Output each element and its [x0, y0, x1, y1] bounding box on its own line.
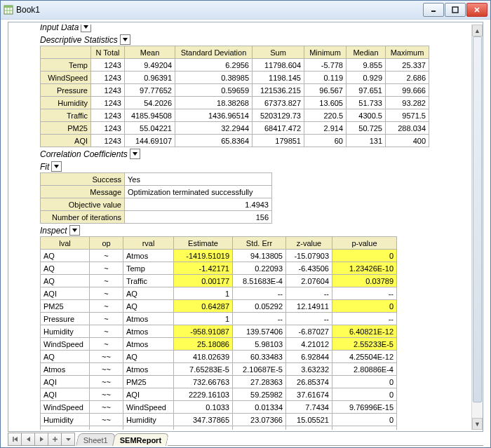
column-header: Std. Err — [233, 237, 286, 250]
table-row: AQI~~PM25732.6676327.2836326.853740 — [41, 376, 397, 388]
section-title: Descriptive Statistics — [40, 35, 118, 45]
sheet-tabs-bar: Sheet1 SEMReport — [8, 433, 483, 446]
sheet-menu-button[interactable] — [62, 433, 75, 446]
next-sheet-button[interactable] — [35, 433, 48, 446]
table-row: AQ~Temp-1.421710.22093-6.435061.23426E-1… — [41, 262, 397, 275]
svg-marker-13 — [72, 229, 77, 232]
section-input-data[interactable]: + Input Data — [40, 25, 471, 33]
svg-marker-16 — [27, 437, 30, 442]
svg-rect-6 — [452, 7, 458, 13]
section-correlation[interactable]: + Correlation Coefficients — [40, 148, 471, 160]
table-row: Pressure~Atmos1------ — [41, 313, 397, 325]
table-row: AQI1243144.6910765.836417985160131400 — [41, 135, 429, 147]
table-row: PM25124355.0422132.294468417.4722.91450.… — [41, 122, 429, 135]
svg-marker-20 — [66, 438, 71, 441]
add-sheet-button[interactable] — [48, 433, 62, 446]
column-header: Median — [347, 46, 386, 59]
inspect-table: lvaloprvalEstimateStd. Errz-valuep-value… — [40, 236, 397, 430]
table-row: MessageOptimization terminated successfu… — [41, 186, 272, 198]
scrollbar-thumb[interactable] — [473, 36, 482, 402]
svg-rect-1 — [4, 6, 13, 8]
section-fit[interactable]: − Fit — [40, 161, 471, 172]
svg-marker-12 — [54, 165, 59, 168]
section-title: Inspect — [40, 226, 67, 236]
svg-marker-17 — [40, 437, 43, 442]
tab-sheet1[interactable]: Sheet1 — [76, 433, 116, 446]
table-row: Atmos~~Atmos7.65283E-52.10687E-53.632322… — [41, 363, 397, 376]
svg-marker-10 — [123, 38, 128, 41]
table-row: AQI~AQ1------ — [41, 287, 397, 300]
table-row: WindSpeed12430.963910.389851198.1450.119… — [41, 72, 429, 84]
table-row: Pressure124397.776520.59659121536.21596.… — [41, 84, 429, 97]
maximize-button[interactable] — [445, 3, 466, 17]
table-row: SuccessYes — [41, 173, 272, 186]
table-row: PM25~AQ0.642870.0529212.149110 — [41, 300, 397, 313]
table-row: Humidity124354.202618.3826867373.82713.6… — [41, 97, 429, 109]
dropdown-icon[interactable] — [81, 25, 91, 32]
column-header: rval — [123, 237, 174, 250]
column-header: op — [90, 237, 123, 250]
column-header: Maximum — [386, 46, 429, 59]
section-title: Fit — [40, 162, 49, 172]
table-row: WindSpeed~Atmos25.180865.981034.210122.5… — [41, 338, 397, 351]
scroll-up-icon[interactable]: ▲ — [472, 25, 483, 36]
table-row: Number of iterations156 — [41, 211, 272, 224]
table-row: Traffic12434185.945081436.965145203129.7… — [41, 109, 429, 122]
descriptive-stats-table: N TotalMeanStandard DeviationSumMinimumM… — [40, 46, 429, 147]
svg-marker-9 — [83, 25, 88, 29]
column-header: Mean — [125, 46, 175, 59]
scroll-down-icon[interactable]: ▼ — [472, 418, 483, 430]
first-sheet-button[interactable] — [8, 433, 22, 446]
prev-sheet-button[interactable] — [22, 433, 35, 446]
table-row: Humidity~Atmos-958.91087139.57406-6.8702… — [41, 325, 397, 338]
vertical-scrollbar[interactable]: ▲ ▼ — [471, 25, 483, 430]
column-header: Estimate — [174, 237, 233, 250]
column-header: Minimum — [304, 46, 347, 59]
svg-marker-11 — [133, 152, 137, 156]
section-title: Input Data — [40, 25, 79, 32]
table-row: Objective value1.4943 — [41, 198, 272, 211]
section-title: Correlation Coefficients — [40, 149, 128, 159]
dropdown-icon[interactable] — [51, 161, 62, 172]
column-header: p-value — [332, 237, 397, 250]
table-row: WindSpeed~~WindSpeed0.10330.013347.74349… — [41, 401, 397, 414]
table-row: AQ~~AQ418.0263960.334836.928444.25504E-1… — [41, 351, 397, 363]
table-row: Temp12439.492046.295611798.604-5.7789.85… — [41, 59, 429, 72]
dropdown-icon[interactable] — [130, 149, 140, 159]
section-inspect[interactable]: − Inspect — [40, 224, 471, 236]
column-header: Standard Deviation — [175, 46, 253, 59]
close-button[interactable] — [466, 3, 487, 17]
table-row: AQ~Traffic0.001778.51683E-42.076040.0378… — [41, 275, 397, 287]
table-row: PM25~~PM25502.0003234.7246614.456590 — [41, 426, 397, 430]
workbook-icon — [4, 5, 13, 15]
tab-semreport[interactable]: SEMReport — [112, 433, 169, 446]
fit-table: SuccessYesMessageOptimization terminated… — [40, 172, 272, 224]
column-header: lval — [41, 237, 90, 250]
section-descriptive-stats[interactable]: − Descriptive Statistics — [40, 34, 471, 46]
dropdown-icon[interactable] — [120, 34, 130, 45]
table-row: Humidity~~Humidity347.3786523.0736615.05… — [41, 414, 397, 426]
table-row: AQI~~AQI2229.1610359.2598237.616740 — [41, 388, 397, 401]
column-header: z-value — [286, 237, 332, 250]
column-header: N Total — [91, 46, 125, 59]
titlebar: Book1 — [1, 1, 490, 20]
minimize-button[interactable] — [423, 3, 444, 17]
table-row: AQ~Atmos-1419.5101994.13805-15.079030 — [41, 250, 397, 262]
window-title: Book1 — [16, 5, 40, 15]
dropdown-icon[interactable] — [69, 225, 80, 236]
report-scroll-area: + Input Data − Descriptive Statistics — [40, 25, 471, 430]
svg-marker-14 — [14, 437, 18, 442]
column-header: Sum — [253, 46, 304, 59]
